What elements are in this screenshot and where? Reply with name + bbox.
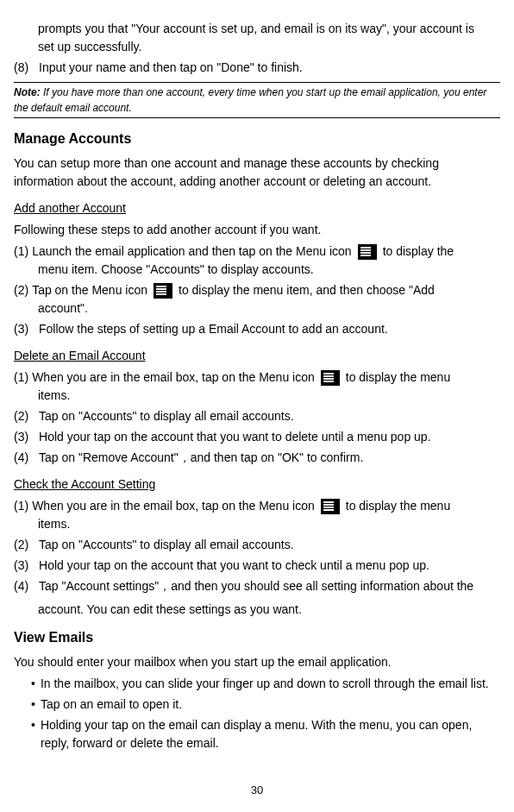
bullet-icon: • xyxy=(31,716,35,752)
add-step-3: (3) Follow the steps of setting up a Ema… xyxy=(14,320,500,338)
note-block: Note: If you have more than one account,… xyxy=(14,82,500,118)
step-text: Hold your tap on the account that you wa… xyxy=(39,558,429,572)
text: When you are in the email box, tap on th… xyxy=(32,368,315,387)
text: account". xyxy=(14,299,500,318)
step-text: Tap on "Accounts" to display all email a… xyxy=(39,538,294,551)
text: to display the menu xyxy=(346,368,450,387)
text: In the mailbox, you can slide your finge… xyxy=(41,675,489,693)
step-number: (4) xyxy=(14,450,28,464)
text: menu item. Choose "Accounts" to display … xyxy=(14,261,500,279)
step-text: Input your name and then tap on "Done" t… xyxy=(39,60,303,74)
add-step-2: (2) Tap on the Menu icon to display the … xyxy=(14,281,500,318)
list-item: • In the mailbox, you can slide your fin… xyxy=(31,675,500,693)
view-emails-heading: View Emails xyxy=(14,627,500,648)
note-text: If you have more than one account, every… xyxy=(14,86,486,114)
text: items. xyxy=(14,515,500,533)
step-text: Tap "Account settings"，and then you shou… xyxy=(39,579,473,593)
manage-accounts-heading: Manage Accounts xyxy=(14,129,500,149)
note-label: Note: xyxy=(14,86,41,98)
step-text: Tap on "Accounts" to display all email a… xyxy=(39,409,294,423)
view-emails-bullets: • In the mailbox, you can slide your fin… xyxy=(14,675,500,752)
step-number: (3) xyxy=(14,430,28,444)
list-item: • Holding your tap on the email can disp… xyxy=(31,716,500,752)
check-step-2: (2) Tap on "Accounts" to display all ema… xyxy=(14,536,500,554)
check-step-1: (1) When you are in the email box, tap o… xyxy=(14,497,500,533)
text: When you are in the email box, tap on th… xyxy=(32,497,315,515)
step-text: Hold your tap on the account that you wa… xyxy=(39,430,431,444)
check-account-subhead: Check the Account Setting xyxy=(14,475,500,494)
text: set up successfully. xyxy=(38,38,500,56)
step-number: (8) xyxy=(14,60,28,74)
menu-icon xyxy=(358,244,377,260)
step-number: (1) xyxy=(14,368,28,387)
add-account-intro: Following these steps to add another acc… xyxy=(14,221,500,239)
text: Tap on an email to open it. xyxy=(41,696,182,714)
step-number: (4) xyxy=(14,579,28,593)
menu-icon xyxy=(154,283,172,299)
step-number: (2) xyxy=(14,409,28,423)
delete-account-subhead: Delete an Email Account xyxy=(14,347,500,365)
text: items. xyxy=(14,387,500,405)
manage-accounts-intro: You can setup more than one account and … xyxy=(14,154,500,191)
menu-icon xyxy=(321,370,340,386)
check-step-3: (3) Hold your tap on the account that yo… xyxy=(14,557,500,575)
text: Tap on the Menu icon xyxy=(32,281,147,299)
menu-icon xyxy=(321,499,340,514)
delete-step-2: (2) Tap on "Accounts" to display all ema… xyxy=(14,407,500,425)
view-emails-intro: You should enter your mailbox when you s… xyxy=(14,653,500,671)
add-account-subhead: Add another Account xyxy=(14,199,500,217)
step-text: Tap on "Remove Account"，and then tap on … xyxy=(39,450,363,464)
setup-step-8: (8) Input your name and then tap on "Don… xyxy=(14,59,500,77)
step-number: (1) xyxy=(14,497,28,515)
step-number: (2) xyxy=(14,538,28,551)
prev-step-continuation: prompts you that "Your account is set up… xyxy=(14,20,500,56)
check-step-4: (4) Tap "Account settings"，and then you … xyxy=(14,577,500,619)
step-number: (3) xyxy=(14,322,28,336)
text: Launch the email application and then ta… xyxy=(32,242,352,261)
add-step-1: (1) Launch the email application and the… xyxy=(14,242,500,279)
step-text: Follow the steps of setting up a Email A… xyxy=(39,322,388,336)
list-item: • Tap on an email to open it. xyxy=(31,696,500,714)
text: to display the menu item, and then choos… xyxy=(179,281,435,299)
text: to display the xyxy=(383,242,454,261)
text: prompts you that "Your account is set up… xyxy=(38,22,474,35)
step-number: (2) xyxy=(14,281,28,299)
bullet-icon: • xyxy=(31,675,35,693)
step-number: (1) xyxy=(14,242,28,261)
text: Holding your tap on the email can displa… xyxy=(41,716,500,752)
text: account. You can edit these settings as … xyxy=(14,601,500,619)
delete-step-3: (3) Hold your tap on the account that yo… xyxy=(14,428,500,446)
delete-step-4: (4) Tap on "Remove Account"，and then tap… xyxy=(14,449,500,467)
page-number: 30 xyxy=(14,782,500,799)
delete-step-1: (1) When you are in the email box, tap o… xyxy=(14,368,500,405)
step-number: (3) xyxy=(14,558,28,572)
text: to display the menu xyxy=(346,497,450,515)
bullet-icon: • xyxy=(31,696,35,714)
